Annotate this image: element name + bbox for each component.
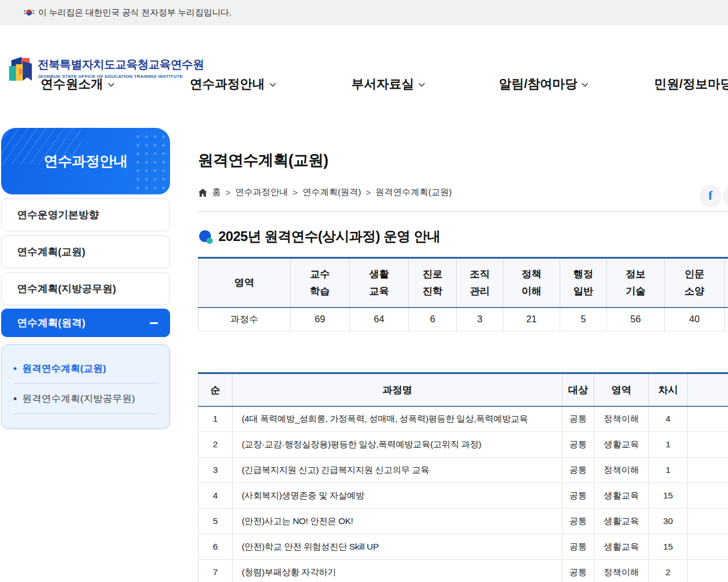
nav-item-civil-info[interactable]: 민원/정보마당 [622,74,728,94]
chevron-down-icon [418,82,425,88]
sidebar-item-label: 연수계획(지방공무원) [17,282,116,296]
sidebar-header: 연수과정안내 [1,128,170,194]
nav-item-label: 부서자료실 [351,76,414,93]
summary-value-clipped [725,307,728,331]
summary-value: 21 [503,307,560,331]
table-row: 4 (사회복지)생명존중 및 자살예방 공통 생활교육 15 [198,483,728,509]
course-table: 순 과정명 대상 영역 차시 1 (4대 폭력예방_성희롱, 가정폭력, 성매매… [198,372,728,582]
sidebar-item-basic-direction[interactable]: 연수운영기본방향 [1,198,170,231]
sidebar-item-label: 연수운영기본방향 [17,208,99,222]
course-no: 6 [198,534,233,560]
submenu-item-label: 원격연수계획(지방공무원) [22,392,135,405]
summary-value: 6 [409,307,457,331]
gov-banner-text: 이 누리집은 대한민국 공식 전자정부 누리집입니다. [38,7,231,18]
course-area: 생활교육 [594,483,649,509]
summary-header-col: 생활 교육 [350,258,409,307]
course-cell-clipped [688,432,728,458]
summary-value: 69 [291,307,350,331]
summary-value: 40 [665,307,725,331]
summary-header-row: 영역 교수 학습 생활 교육 진로 진학 조직 관리 정책 이해 행정 일반 정… [198,258,728,307]
course-header-row: 순 과정명 대상 영역 차시 [198,373,728,406]
breadcrumb-separator: > [226,188,231,198]
sidebar-submenu: 원격연수계획(교원) 원격연수계획(지방공무원) [1,344,170,429]
summary-header-area: 영역 [198,258,291,307]
chevron-down-icon [581,82,589,88]
section-bullet-icon [199,230,212,243]
course-header-clipped [688,373,728,406]
breadcrumb-plan-remote[interactable]: 연수계획(원격) [303,186,361,198]
course-area: 정책이해 [594,406,649,432]
bullet-icon [14,367,16,370]
nav-item-label: 연수과정안내 [190,76,265,93]
summary-value: 56 [607,307,665,331]
course-cell-clipped [688,560,728,582]
bullet-icon [14,397,16,400]
chevron-down-icon [269,82,276,88]
course-no: 7 [198,560,233,582]
course-hours: 2 [649,560,688,582]
submenu-item-label: 원격연수계획(교원) [22,362,106,375]
korean-flag-icon [24,7,34,18]
course-area: 정책이해 [594,560,649,582]
course-no: 1 [198,406,233,432]
course-header-name: 과정명 [233,373,562,406]
summary-value: 64 [350,307,409,331]
chevron-down-icon [107,82,115,88]
sidebar-item-label: 연수계획(교원) [17,245,85,259]
course-name: (긴급복지지원 신고) 긴급복지지원 신고의무 교육 [233,458,562,483]
section-heading: 2025년 원격연수(상시과정) 운영 안내 [199,227,440,246]
course-target: 공통 [562,483,594,509]
table-row: 3 (긴급복지지원 신고) 긴급복지지원 신고의무 교육 공통 정책이해 1 [198,458,728,483]
summary-header-col: 행정 일반 [560,258,607,307]
nav-item-institute-intro[interactable]: 연수원소개 [0,74,155,94]
course-header-target: 대상 [562,373,594,406]
course-name: (안전)사고는 NO! 안전은 OK! [233,509,562,534]
gov-banner: 이 누리집은 대한민국 공식 전자정부 누리집입니다. [0,0,728,25]
course-cell-clipped [688,458,728,483]
nav-item-notice-participation[interactable]: 알림/참여마당 [466,74,622,94]
nav-item-label: 민원/정보마당 [654,76,728,93]
nav-item-dept-resources[interactable]: 부서자료실 [311,74,466,94]
submenu-item-remote-plan-teacher[interactable]: 원격연수계획(교원) [14,354,158,384]
sidebar-item-label: 연수계획(원격) [17,316,85,330]
course-hours: 15 [649,534,688,560]
course-no: 5 [198,509,233,534]
course-cell-clipped [688,483,728,509]
sidebar-item-plan-remote[interactable]: 연수계획(원격) [1,309,170,337]
summary-header-col: 정보 기술 [607,258,665,307]
breadcrumb-separator: > [366,188,371,198]
share-button-clipped[interactable] [723,185,728,206]
breadcrumb-course-guide[interactable]: 연수과정안내 [235,186,288,198]
page-title: 원격연수계획(교원) [198,150,328,171]
summary-value: 3 [457,307,503,331]
breadcrumb-current-page: 원격연수계획(교원) [375,186,452,198]
sidebar-item-plan-local-official[interactable]: 연수계획(지방공무원) [1,272,170,305]
table-row: 7 (청렴)부패상황 자각하기 공통 정책이해 2 [198,560,728,582]
summary-header-col: 교수 학습 [291,258,350,307]
course-area: 정책이해 [594,458,649,483]
facebook-share-button[interactable]: f [700,185,721,206]
home-icon [198,188,208,197]
course-name: (사회복지)생명존중 및 자살예방 [233,483,562,509]
course-target: 공통 [562,534,594,560]
sidebar-item-plan-teacher[interactable]: 연수계획(교원) [1,235,170,268]
course-target: 공통 [562,406,594,432]
course-hours: 4 [649,406,688,432]
summary-table: 영역 교수 학습 생활 교육 진로 진학 조직 관리 정책 이해 행정 일반 정… [198,257,728,331]
course-cell-clipped [688,534,728,560]
course-cell-clipped [688,406,728,432]
course-hours: 15 [649,483,688,509]
course-header-hours: 차시 [649,373,688,406]
course-target: 공통 [562,432,594,458]
submenu-item-remote-plan-local-official[interactable]: 원격연수계획(지방공무원) [14,384,158,414]
course-name: (4대 폭력예방_성희롱, 가정폭력, 성매매, 성폭력)평등한 일상,폭력예방… [233,406,562,432]
course-hours: 30 [649,509,688,534]
summary-header-col: 진로 진학 [409,258,457,307]
facebook-icon: f [709,189,713,203]
table-row: 6 (안전)학교 안전 위험성진단 Skill UP 공통 생활교육 15 [198,534,728,560]
breadcrumb: 홈 > 연수과정안내 > 연수계획(원격) > 원격연수계획(교원) [198,186,452,198]
section-title: 2025년 원격연수(상시과정) 운영 안내 [218,227,440,246]
summary-header-col: 정책 이해 [503,258,560,307]
nav-item-course-guide[interactable]: 연수과정안내 [155,74,311,94]
breadcrumb-home[interactable]: 홈 [212,186,221,198]
